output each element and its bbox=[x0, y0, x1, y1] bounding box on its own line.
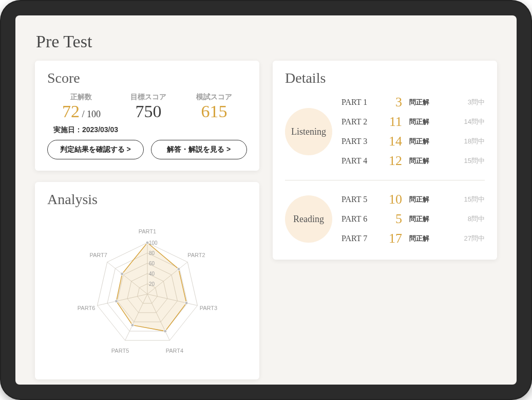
svg-text:PART2: PART2 bbox=[187, 252, 205, 258]
score-label: 模試スコア bbox=[196, 93, 232, 102]
details-heading: Details bbox=[285, 70, 485, 86]
part-row: PART 412問正解15問中 bbox=[341, 154, 485, 168]
part-label: PART 6 bbox=[341, 214, 378, 224]
part-correct-count: 17 bbox=[384, 232, 402, 245]
score-heading: Score bbox=[47, 70, 247, 86]
part-correct-count: 12 bbox=[384, 154, 402, 168]
part-label: PART 5 bbox=[341, 195, 378, 204]
score-item-mock: 模試スコア 615 bbox=[196, 93, 232, 120]
score-mock-value: 615 bbox=[196, 103, 232, 120]
score-correct-value: 72 bbox=[62, 102, 80, 121]
svg-point-14 bbox=[177, 267, 180, 270]
section-badge: Reading bbox=[285, 195, 332, 243]
screen: Pre Test Score 正解数 72 / 100 目標スコア bbox=[15, 15, 517, 385]
part-correct-count: 5 bbox=[384, 212, 402, 226]
part-total: 27問中 bbox=[464, 234, 485, 243]
svg-text:PART3: PART3 bbox=[199, 305, 217, 311]
button-row: 判定結果を確認する > 解答・解説を見る > bbox=[47, 140, 247, 159]
part-total: 14問中 bbox=[464, 117, 485, 126]
score-item-target: 目標スコア 750 bbox=[130, 93, 166, 120]
svg-text:PART4: PART4 bbox=[165, 348, 183, 354]
part-label: PART 4 bbox=[341, 156, 378, 166]
part-total: 8問中 bbox=[468, 214, 485, 224]
part-total: 18問中 bbox=[464, 137, 485, 146]
part-correct-suffix: 問正解 bbox=[409, 156, 429, 166]
part-correct-count: 11 bbox=[384, 115, 402, 129]
part-correct-suffix: 問正解 bbox=[409, 137, 429, 146]
svg-text:PART7: PART7 bbox=[89, 252, 107, 258]
part-correct-suffix: 問正解 bbox=[409, 214, 429, 224]
parts-list: PART 13問正解3問中PART 211問正解14問中PART 314問正解1… bbox=[341, 96, 485, 168]
layout-grid: Score 正解数 72 / 100 目標スコア 750 bbox=[35, 61, 497, 379]
part-total: 15問中 bbox=[464, 156, 485, 166]
score-correct-denom: / 100 bbox=[80, 109, 101, 119]
part-row: PART 314問正解18問中 bbox=[341, 135, 485, 148]
test-date: 実施日：2023/03/03 bbox=[53, 125, 247, 135]
score-row: 正解数 72 / 100 目標スコア 750 模試スコア 615 bbox=[47, 93, 247, 120]
svg-text:PART1: PART1 bbox=[138, 228, 156, 234]
svg-text:40: 40 bbox=[149, 271, 155, 277]
section-divider bbox=[285, 180, 485, 180]
section-reading: ReadingPART 510問正解15問中PART 65問正解8問中PART … bbox=[285, 190, 485, 248]
part-row: PART 13問正解3問中 bbox=[341, 96, 485, 109]
score-label: 正解数 bbox=[62, 93, 101, 102]
part-row: PART 717問正解27問中 bbox=[341, 232, 485, 245]
radar-svg: 20406080100PART1PART2PART3PART4PART5PART… bbox=[50, 216, 245, 366]
section-badge: Listening bbox=[285, 108, 332, 155]
part-correct-suffix: 問正解 bbox=[409, 195, 429, 204]
part-correct-count: 3 bbox=[384, 96, 402, 109]
section-listening: ListeningPART 13問正解3問中PART 211問正解14問中PAR… bbox=[285, 93, 485, 171]
tablet-frame: Pre Test Score 正解数 72 / 100 目標スコア bbox=[0, 0, 532, 400]
part-total: 3問中 bbox=[468, 98, 485, 107]
part-correct-suffix: 問正解 bbox=[409, 234, 429, 243]
svg-text:20: 20 bbox=[149, 281, 155, 287]
part-correct-count: 14 bbox=[384, 135, 402, 148]
svg-text:60: 60 bbox=[149, 261, 155, 266]
part-row: PART 211問正解14問中 bbox=[341, 115, 485, 129]
part-row: PART 65問正解8問中 bbox=[341, 212, 485, 226]
part-correct-suffix: 問正解 bbox=[409, 117, 429, 126]
svg-point-18 bbox=[115, 300, 118, 303]
part-label: PART 1 bbox=[341, 98, 378, 107]
score-value-wrap: 72 / 100 bbox=[62, 103, 101, 120]
svg-point-16 bbox=[163, 330, 166, 333]
right-column: Details ListeningPART 13問正解3問中PART 211問正… bbox=[273, 61, 497, 379]
left-column: Score 正解数 72 / 100 目標スコア 750 bbox=[35, 61, 259, 379]
part-correct-count: 10 bbox=[384, 193, 402, 206]
radar-chart: 20406080100PART1PART2PART3PART4PART5PART… bbox=[47, 214, 247, 368]
part-label: PART 3 bbox=[341, 137, 378, 146]
details-body: ListeningPART 13問正解3問中PART 211問正解14問中PAR… bbox=[285, 93, 485, 248]
score-card: Score 正解数 72 / 100 目標スコア 750 bbox=[35, 61, 259, 171]
svg-text:PART5: PART5 bbox=[111, 348, 128, 354]
answer-button[interactable]: 解答・解説を見る > bbox=[151, 140, 248, 159]
page-title: Pre Test bbox=[36, 32, 497, 51]
analysis-heading: Analysis bbox=[47, 191, 247, 208]
judge-button[interactable]: 判定結果を確認する > bbox=[47, 140, 144, 159]
svg-text:80: 80 bbox=[149, 250, 155, 256]
score-label: 目標スコア bbox=[130, 93, 166, 102]
score-item-correct: 正解数 72 / 100 bbox=[62, 93, 101, 120]
svg-text:100: 100 bbox=[149, 240, 158, 246]
details-card: Details ListeningPART 13問正解3問中PART 211問正… bbox=[273, 61, 497, 260]
part-total: 15問中 bbox=[464, 195, 485, 204]
part-label: PART 2 bbox=[341, 117, 378, 126]
part-row: PART 510問正解15問中 bbox=[341, 193, 485, 206]
svg-point-15 bbox=[185, 301, 188, 304]
svg-text:PART6: PART6 bbox=[77, 305, 94, 311]
part-correct-suffix: 問正解 bbox=[409, 98, 429, 107]
part-label: PART 7 bbox=[341, 234, 378, 243]
svg-point-17 bbox=[130, 323, 134, 326]
score-target-value: 750 bbox=[130, 103, 166, 120]
analysis-card: Analysis 20406080100PART1PART2PART3PART4… bbox=[35, 182, 259, 379]
svg-point-19 bbox=[120, 272, 123, 276]
parts-list: PART 510問正解15問中PART 65問正解8問中PART 717問正解2… bbox=[341, 193, 485, 245]
